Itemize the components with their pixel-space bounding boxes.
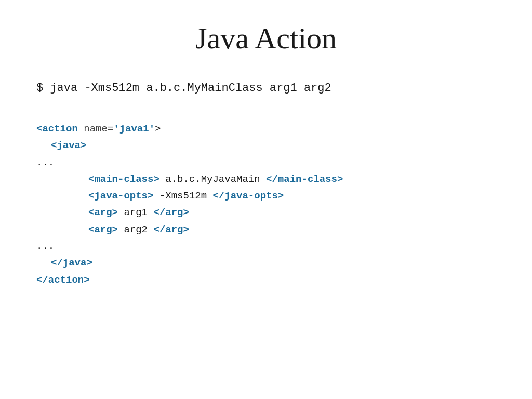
ellipsis2-text: ... [36,241,54,252]
xml-java-close-line: </java> [51,255,501,271]
java-close-tag: </java> [51,257,92,269]
xml-java-opts-line: <java-opts> -Xms512m </java-opts> [88,188,501,204]
arg1-close-tag: </arg> [153,207,189,218]
arg2-close-tag: </arg> [153,224,189,235]
java-opts-text: -Xms512m [153,190,212,202]
command-line: $ java -Xms512m a.b.c.MyMainClass arg1 a… [36,82,501,95]
ellipsis1-text: ... [36,157,54,168]
java-open-tag: <java> [51,140,86,151]
java-opts-close-tag: </java-opts> [212,190,284,202]
action-close-tag: </action> [36,274,90,286]
xml-action-open-line: <action name='java1'> [36,121,501,137]
xml-arg2-line: <arg> arg2 </arg> [88,221,501,238]
action-name-attr: name= [78,123,113,135]
xml-arg1-line: <arg> arg1 </arg> [88,204,501,221]
xml-main-class-line: <main-class> a.b.c.MyJavaMain </main-cla… [88,171,501,188]
page: Java Action $ java -Xms512m a.b.c.MyMain… [0,0,532,399]
xml-block: <action name='java1'> <java> ... <main-c… [36,121,501,288]
xml-java-open-line: <java> [51,137,501,154]
arg2-text: arg2 [118,224,153,235]
xml-ellipsis2: ... [36,238,501,255]
arg1-open-tag: <arg> [88,207,118,218]
main-class-open-tag: <main-class> [88,174,159,185]
xml-ellipsis1: ... [36,154,501,171]
xml-action-close-line: </action> [36,272,501,288]
main-class-text: a.b.c.MyJavaMain [159,174,266,185]
action-open-gt: > [155,123,161,135]
action-open-tag: <action [36,123,78,135]
page-title: Java Action [31,21,501,56]
arg1-text: arg1 [118,207,153,218]
java-opts-open-tag: <java-opts> [88,190,153,202]
main-class-close-tag: </main-class> [266,174,343,185]
arg2-open-tag: <arg> [88,224,118,235]
action-name-value: 'java1' [113,123,155,135]
